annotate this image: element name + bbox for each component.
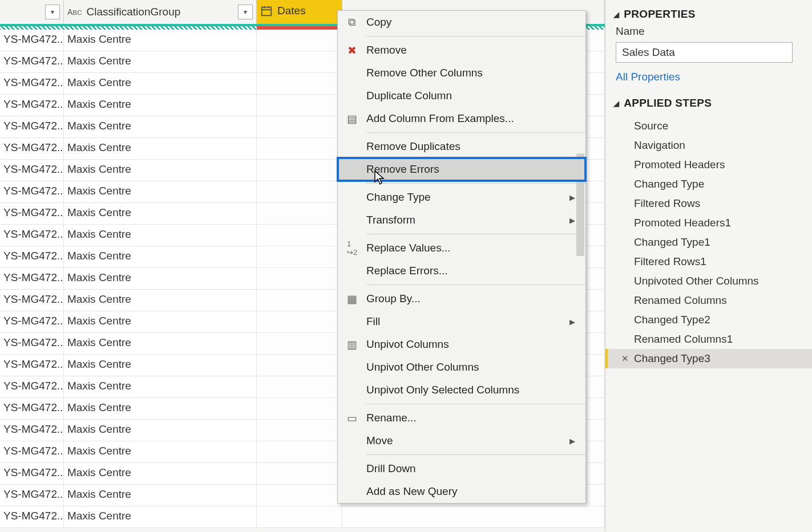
cell[interactable]: [257, 420, 342, 441]
cell[interactable]: YS-MG472...: [0, 355, 64, 376]
applied-step-item[interactable]: Unpivoted Other Columns: [605, 271, 812, 291]
cell[interactable]: YS-MG472...: [0, 290, 64, 311]
cell[interactable]: Maxis Centre: [64, 463, 257, 484]
cell[interactable]: Maxis Centre: [64, 73, 257, 94]
applied-step-item[interactable]: Filtered Rows1: [605, 252, 812, 271]
cell[interactable]: YS-MG472...: [0, 160, 64, 181]
applied-step-item[interactable]: Renamed Columns1: [605, 330, 812, 349]
cell[interactable]: Maxis Centre: [64, 30, 257, 51]
cell[interactable]: [257, 355, 342, 376]
cell[interactable]: YS-MG472...: [0, 376, 64, 397]
query-name-input[interactable]: [616, 42, 793, 63]
applied-steps-section-header[interactable]: ◢ APPLIED STEPS: [605, 94, 812, 113]
cell[interactable]: Maxis Centre: [64, 203, 257, 224]
cell[interactable]: Maxis Centre: [64, 181, 257, 202]
cell[interactable]: YS-MG472...: [0, 311, 64, 332]
cell[interactable]: Maxis Centre: [64, 311, 257, 332]
menu-drill-down[interactable]: Drill Down: [338, 457, 585, 480]
cell[interactable]: [257, 138, 342, 159]
cell[interactable]: Maxis Centre: [64, 246, 257, 267]
cell[interactable]: Maxis Centre: [64, 333, 257, 354]
menu-move[interactable]: Move ▶: [338, 429, 585, 452]
cell[interactable]: YS-MG472...: [0, 95, 64, 116]
properties-section-header[interactable]: ◢ PROPERTIES: [605, 5, 812, 24]
cell[interactable]: Maxis Centre: [64, 268, 257, 289]
all-properties-link[interactable]: All Properties: [605, 68, 690, 94]
cell[interactable]: Maxis Centre: [64, 485, 257, 506]
menu-transform[interactable]: Transform ▶: [338, 209, 585, 232]
cell[interactable]: [257, 268, 342, 289]
cell[interactable]: Maxis Centre: [64, 376, 257, 397]
cell[interactable]: Maxis Centre: [64, 95, 257, 116]
applied-step-item[interactable]: Filtered Rows: [605, 194, 812, 213]
menu-change-type[interactable]: Change Type ▶: [338, 186, 585, 209]
cell[interactable]: Maxis Centre: [64, 441, 257, 462]
menu-rename[interactable]: ▭ Rename...: [338, 407, 585, 429]
applied-step-item[interactable]: Changed Type1: [605, 233, 812, 252]
cell[interactable]: YS-MG472...: [0, 420, 64, 441]
cell[interactable]: Maxis Centre: [64, 506, 257, 527]
cell[interactable]: Maxis Centre: [64, 420, 257, 441]
cell[interactable]: YS-MG472...: [0, 485, 64, 506]
cell[interactable]: YS-MG472...: [0, 116, 64, 137]
menu-fill[interactable]: Fill ▶: [338, 310, 585, 333]
cell[interactable]: [257, 95, 342, 116]
cell[interactable]: [257, 181, 342, 202]
cell[interactable]: YS-MG472...: [0, 333, 64, 354]
cell[interactable]: YS-MG472...: [0, 225, 64, 246]
menu-remove[interactable]: ✖ Remove: [338, 39, 585, 62]
menu-group-by[interactable]: ▦ Group By...: [338, 287, 585, 310]
cell[interactable]: YS-MG472...: [0, 51, 64, 72]
cell[interactable]: Maxis Centre: [64, 51, 257, 72]
applied-step-item[interactable]: Renamed Columns: [605, 291, 812, 310]
menu-unpivot-only-selected-columns[interactable]: Unpivot Only Selected Columns: [338, 379, 585, 401]
col-header-0[interactable]: ▾: [0, 0, 64, 24]
cell[interactable]: [257, 506, 342, 527]
menu-unpivot-other-columns[interactable]: Unpivot Other Columns: [338, 356, 585, 379]
applied-step-item[interactable]: Source: [605, 116, 812, 136]
menu-add-column-from-examples[interactable]: ▤ Add Column From Examples...: [338, 107, 585, 130]
applied-step-item[interactable]: Navigation: [605, 136, 812, 155]
cell[interactable]: [257, 160, 342, 181]
cell[interactable]: [257, 290, 342, 311]
menu-copy[interactable]: ⧉ Copy: [338, 11, 585, 34]
cell[interactable]: [257, 485, 342, 506]
cell[interactable]: Maxis Centre: [64, 290, 257, 311]
cell[interactable]: Maxis Centre: [64, 116, 257, 137]
col-header-classification-group[interactable]: ABC ClassificationGroup ▾: [64, 0, 257, 24]
cell[interactable]: YS-MG472...: [0, 506, 64, 527]
cell[interactable]: [257, 333, 342, 354]
menu-unpivot-columns[interactable]: ▥ Unpivot Columns: [338, 333, 585, 356]
cell[interactable]: YS-MG472...: [0, 441, 64, 462]
cell[interactable]: YS-MG472...: [0, 73, 64, 94]
cell[interactable]: [257, 203, 342, 224]
cell[interactable]: YS-MG472...: [0, 463, 64, 484]
cell[interactable]: Maxis Centre: [64, 398, 257, 419]
cell[interactable]: Maxis Centre: [64, 160, 257, 181]
menu-add-as-new-query[interactable]: Add as New Query: [338, 480, 585, 503]
cell[interactable]: [257, 398, 342, 419]
cell[interactable]: [257, 116, 342, 137]
cell[interactable]: [257, 246, 342, 267]
cell[interactable]: [342, 506, 605, 527]
cell[interactable]: YS-MG472...: [0, 30, 64, 51]
menu-remove-other-columns[interactable]: Remove Other Columns: [338, 62, 585, 84]
applied-step-item[interactable]: Changed Type2: [605, 310, 812, 330]
applied-step-item[interactable]: Promoted Headers1: [605, 213, 812, 233]
filter-dropdown-button[interactable]: ▾: [238, 5, 253, 19]
cell[interactable]: [257, 463, 342, 484]
cell[interactable]: Maxis Centre: [64, 138, 257, 159]
cell[interactable]: YS-MG472...: [0, 268, 64, 289]
menu-duplicate-column[interactable]: Duplicate Column: [338, 84, 585, 107]
applied-step-item[interactable]: Promoted Headers: [605, 155, 812, 174]
applied-step-item[interactable]: Changed Type: [605, 174, 812, 194]
cell[interactable]: YS-MG472...: [0, 181, 64, 202]
menu-replace-values[interactable]: 1↪2 Replace Values...: [338, 237, 585, 259]
cell[interactable]: Maxis Centre: [64, 225, 257, 246]
cell[interactable]: YS-MG472...: [0, 203, 64, 224]
cell[interactable]: [257, 30, 342, 51]
menu-remove-errors[interactable]: Remove Errors: [338, 158, 585, 181]
cell[interactable]: [257, 311, 342, 332]
cell[interactable]: Maxis Centre: [64, 355, 257, 376]
cell[interactable]: [257, 73, 342, 94]
